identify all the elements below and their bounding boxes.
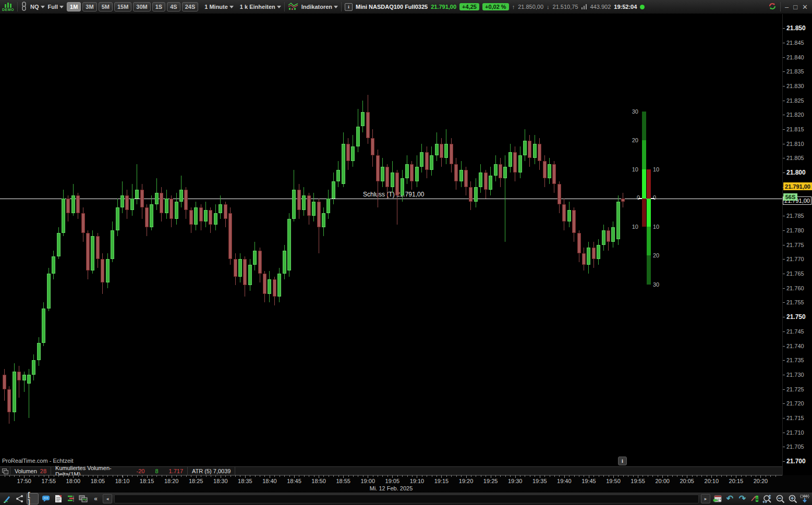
- timeframe-button-15m[interactable]: 15M: [114, 2, 131, 11]
- change-absolute-badge: +4,25: [459, 3, 479, 10]
- units-dropdown[interactable]: 1 k Einheiten: [240, 4, 281, 10]
- price-tick: [783, 28, 785, 29]
- time-minor-tick: [741, 475, 742, 477]
- news-icon[interactable]: [53, 494, 64, 504]
- time-minor-tick: [461, 475, 462, 477]
- indicators-dropdown[interactable]: Indikatoren: [301, 4, 338, 10]
- share-icon[interactable]: [14, 494, 25, 504]
- brackets-tool-icon[interactable]: [ ]: [27, 493, 39, 504]
- timeframe-button-24s[interactable]: 24S: [182, 2, 199, 11]
- instrument-name: Mini NASDAQ100 Full0325: [356, 4, 428, 10]
- time-minor-tick: [559, 475, 560, 477]
- chart-info-button[interactable]: i: [618, 457, 627, 465]
- time-minor-tick: [544, 475, 545, 477]
- time-minor-tick: [353, 475, 354, 477]
- time-minor-tick: [309, 475, 309, 477]
- timeframe-button-30m[interactable]: 30M: [133, 2, 150, 11]
- price-axis[interactable]: 21.791,00 56S 21.791,00 21.85021.84521.8…: [782, 14, 812, 492]
- time-minor-tick: [162, 475, 162, 477]
- candle: [572, 210, 576, 233]
- candle: [332, 181, 335, 199]
- candle: [430, 155, 433, 170]
- candle: [287, 219, 291, 271]
- order-levels-icon[interactable]: [65, 494, 76, 504]
- link-chain-icon[interactable]: [21, 2, 27, 12]
- candle: [199, 207, 203, 222]
- atr-indicator-section[interactable]: ATR (5) 7,0039: [188, 467, 235, 475]
- timeframe-button-1m[interactable]: 1M: [67, 2, 81, 11]
- workspace-windows-icon[interactable]: [78, 494, 89, 504]
- candle: [533, 144, 537, 158]
- chart-area[interactable]: Schluss (T) 21.791,00 ProRealTime.com - …: [0, 14, 782, 466]
- price-label: 21.825: [786, 98, 804, 104]
- draw-tool-icon[interactable]: [2, 494, 13, 504]
- candle: [106, 259, 110, 282]
- candle: [268, 279, 271, 294]
- candle: [234, 259, 237, 276]
- symbol-dropdown[interactable]: NQ: [30, 4, 45, 10]
- contract-dropdown[interactable]: Full: [48, 4, 64, 10]
- chat-icon[interactable]: [40, 494, 51, 504]
- delta-gauge-segment: [647, 169, 651, 199]
- chart-horizontal-scrollbar[interactable]: [114, 495, 699, 503]
- compare-switch-icon[interactable]: [749, 494, 760, 504]
- candle: [214, 213, 217, 225]
- candle: [602, 230, 605, 245]
- time-axis[interactable]: Mi. 12 Feb. 2025 17:5017:5518:0018:0518:…: [0, 475, 812, 492]
- scroll-left-button[interactable]: ◂: [103, 494, 112, 503]
- scroll-right-button[interactable]: ▸: [701, 494, 710, 503]
- candle: [292, 190, 296, 218]
- detach-panel-icon[interactable]: [799, 494, 810, 504]
- candle: [405, 164, 409, 179]
- panel-layout-button[interactable]: [0, 467, 10, 475]
- instrument-info-icon[interactable]: i: [345, 3, 353, 11]
- timeframe-button-3m[interactable]: 3M: [82, 2, 96, 11]
- time-label: 19:35: [532, 478, 547, 484]
- delta-gauge-label: 10: [631, 167, 638, 173]
- date-label: Mi. 12 Feb. 2025: [370, 485, 413, 491]
- candle: [169, 199, 173, 219]
- timeframe-button-5m[interactable]: 5M: [99, 2, 113, 11]
- time-label: 18:00: [66, 478, 81, 484]
- time-minor-tick: [132, 475, 132, 477]
- minimize-button[interactable]: –: [785, 3, 789, 11]
- refresh-icon[interactable]: [768, 2, 777, 12]
- time-minor-tick: [603, 475, 604, 477]
- period-label: 1 Minute: [204, 4, 228, 10]
- time-minor-tick: [83, 475, 83, 477]
- time-minor-tick: [29, 475, 30, 477]
- collapse-toolbar-icon[interactable]: «: [90, 494, 101, 504]
- timeframe-button-4s[interactable]: 4S: [167, 2, 180, 11]
- candle: [312, 202, 316, 216]
- price-label: 21.740: [786, 343, 804, 349]
- zoom-out-icon[interactable]: [774, 494, 785, 504]
- maximize-button[interactable]: □: [793, 3, 797, 11]
- candle: [37, 343, 41, 360]
- period-dropdown[interactable]: 1 Minute: [204, 4, 234, 10]
- time-label: 18:20: [164, 478, 179, 484]
- candle: [57, 233, 60, 256]
- arrow-up-icon: ↑: [512, 4, 515, 10]
- arrow-down-icon: ↓: [547, 4, 550, 10]
- price-tick: [783, 331, 785, 332]
- candle: [322, 213, 325, 228]
- time-minor-tick: [407, 475, 408, 477]
- time-label: 18:30: [213, 478, 228, 484]
- redo-icon[interactable]: ↷: [737, 494, 748, 504]
- candle: [194, 207, 198, 225]
- volume-indicator-section[interactable]: Volumen 28: [10, 467, 51, 475]
- close-button[interactable]: ✕: [802, 3, 808, 11]
- time-minor-tick: [530, 475, 530, 477]
- time-minor-tick: [437, 475, 437, 477]
- cvd-indicator-section[interactable]: Kumuliertes Volumen-Delta(1M) -20 8 1.71…: [51, 467, 188, 475]
- delta-gauge-label: 20: [631, 138, 638, 143]
- time-minor-tick: [63, 475, 64, 477]
- zoom-fit-icon[interactable]: [762, 494, 773, 504]
- timeframe-button-1s[interactable]: 1S: [152, 2, 165, 11]
- goto-date-calendar-icon[interactable]: [712, 494, 723, 504]
- price-label: 21.760: [786, 286, 804, 291]
- undo-icon[interactable]: ↶: [724, 494, 735, 504]
- time-label: 19:40: [557, 478, 572, 484]
- zoom-in-icon[interactable]: [787, 494, 798, 504]
- price-label: 21.775: [786, 242, 804, 248]
